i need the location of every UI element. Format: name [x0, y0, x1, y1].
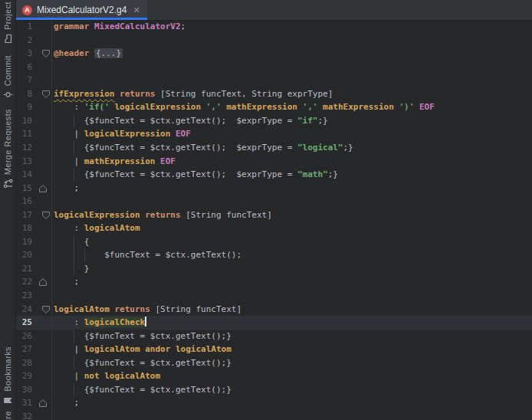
line-number[interactable]: 29 [15, 369, 32, 383]
line-number[interactable]: 15 [15, 182, 32, 195]
code-line-11[interactable]: 11 | logicalExpression EOF [15, 127, 532, 141]
code-text: ; [54, 396, 79, 410]
code-line-12[interactable]: 12 {$funcText = $ctx.getText(); $exprTyp… [15, 141, 532, 155]
line-number[interactable]: 16 [15, 195, 32, 208]
line-number[interactable]: 30 [15, 383, 32, 397]
code-line-18[interactable]: 18 : logicalAtom [15, 221, 532, 235]
fold-end-icon[interactable] [38, 184, 49, 193]
code-text: {$funcText = $ctx.getText();} [54, 356, 232, 370]
code-text: logicalExpression returns [String funcTe… [54, 208, 272, 222]
close-icon[interactable]: ✕ [131, 6, 140, 15]
code-text: {$funcText = $ctx.getText(); $exprType =… [54, 168, 338, 182]
line-number[interactable]: 18 [15, 221, 32, 235]
line-number[interactable]: 31 [15, 396, 32, 410]
code-text: logicalAtom returns [String funcText] [54, 303, 241, 317]
line-number[interactable]: 1 [15, 20, 32, 34]
code-text: : logicalCheck [54, 316, 146, 330]
code-line-6[interactable]: 6 [15, 61, 532, 74]
code-line-29[interactable]: 29 | not logicalAtom [15, 369, 532, 383]
code-line-20[interactable]: 20 $funcText = $ctx.getText(); [15, 248, 532, 262]
folder-icon [3, 34, 13, 44]
sidebar-item-commit[interactable]: Commit [0, 55, 15, 100]
line-number[interactable]: 26 [15, 330, 32, 343]
code-line-22[interactable]: 22 ; [15, 275, 532, 289]
code-line-19[interactable]: 19 { [15, 235, 532, 249]
code-line-9[interactable]: 9 : 'if(' logicalExpression ',' mathExpr… [15, 100, 532, 114]
line-number[interactable]: 14 [15, 168, 32, 182]
code-text: $funcText = $ctx.getText(); [54, 248, 241, 262]
line-number[interactable]: 23 [15, 289, 32, 303]
code-line-17[interactable]: 17logicalExpression returns [String func… [15, 208, 532, 222]
code-line-28[interactable]: 28 {$funcText = $ctx.getText();} [15, 356, 532, 370]
line-number[interactable]: 28 [15, 356, 32, 370]
line-number[interactable]: 8 [15, 87, 32, 101]
code-line-3[interactable]: 3@header {...} [15, 47, 532, 61]
code-line-8[interactable]: 8ifExpression returns [String funcText, … [15, 87, 532, 101]
line-number[interactable]: 9 [15, 100, 32, 114]
code-editor[interactable]: 1grammar MixedCalculatorV2;23@header {..… [15, 20, 532, 420]
sidebar-item-label: Bookmarks [3, 346, 12, 392]
line-number[interactable]: 25 [15, 316, 32, 330]
code-line-27[interactable]: 27 | logicalAtom andor logicalAtom [15, 343, 532, 356]
code-line-30[interactable]: 30 {$funcText = $ctx.getText();} [15, 383, 532, 397]
fold-collapse-icon[interactable] [41, 90, 52, 99]
line-number[interactable]: 12 [15, 141, 32, 155]
code-text: {$funcText = $ctx.getText(); $exprType =… [54, 141, 353, 155]
code-line-14[interactable]: 14 {$funcText = $ctx.getText(); $exprTyp… [15, 168, 532, 182]
code-line-13[interactable]: 13 | mathExpression EOF [15, 155, 532, 169]
code-text: | not logicalAtom [54, 369, 160, 383]
fold-collapse-icon[interactable] [41, 49, 52, 58]
code-text: | mathExpression EOF [54, 155, 176, 169]
code-text: ifExpression returns [String funcText, S… [54, 87, 333, 101]
line-number[interactable]: 17 [15, 208, 32, 222]
code-text: | logicalAtom andor logicalAtom [54, 343, 232, 356]
code-line-31[interactable]: 31 ; [15, 396, 532, 410]
merge-request-icon [3, 179, 13, 189]
code-line-25[interactable]: 25 : logicalCheck [15, 316, 532, 330]
code-text: ; [54, 275, 79, 289]
line-number[interactable]: 10 [15, 114, 32, 128]
line-number[interactable]: 20 [15, 248, 32, 262]
ide-window: ProjectCommitMerge RequestsBookmarksStru… [0, 0, 532, 420]
code-line-1[interactable]: 1grammar MixedCalculatorV2; [15, 20, 532, 34]
code-line-2[interactable]: 2 [15, 34, 532, 48]
code-text: : logicalAtom [54, 221, 140, 235]
line-number[interactable]: 27 [15, 343, 32, 356]
editor-tab-bar: A MixedCalculatorV2.g4 ✕ [15, 0, 532, 21]
code-text: : 'if(' logicalExpression ',' mathExpres… [54, 100, 435, 114]
line-number[interactable]: 2 [15, 34, 32, 48]
fold-collapse-icon[interactable] [41, 305, 52, 314]
code-line-7[interactable]: 7 [15, 74, 532, 87]
code-line-10[interactable]: 10 {$funcText = $ctx.getText(); $exprTyp… [15, 114, 532, 128]
line-number[interactable]: 11 [15, 127, 32, 141]
line-number[interactable]: 13 [15, 155, 32, 169]
tab-mixedcalculatorv2-g4[interactable]: A MixedCalculatorV2.g4 ✕ [15, 0, 147, 20]
code-line-16[interactable]: 16 [15, 195, 532, 208]
commit-icon [3, 90, 13, 100]
line-number[interactable]: 32 [15, 410, 32, 420]
sidebar-item-bookmarks[interactable]: Bookmarks [0, 346, 15, 405]
sidebar-item-project[interactable]: Project [0, 2, 15, 44]
line-number[interactable]: 3 [15, 47, 32, 61]
code-line-21[interactable]: 21 } [15, 262, 532, 276]
code-text: {$funcText = $ctx.getText(); $exprType =… [54, 114, 328, 128]
code-line-24[interactable]: 24logicalAtom returns [String funcText] [15, 303, 532, 317]
code-line-23[interactable]: 23 [15, 289, 532, 303]
code-line-32[interactable]: 32 [15, 410, 532, 420]
sidebar-item-structure[interactable]: Structure [0, 411, 15, 420]
line-number[interactable]: 24 [15, 303, 32, 317]
line-number[interactable]: 7 [15, 74, 32, 87]
code-line-15[interactable]: 15 ; [15, 182, 532, 195]
fold-collapse-icon[interactable] [41, 211, 52, 220]
line-number[interactable]: 6 [15, 61, 32, 74]
fold-end-icon[interactable] [38, 277, 49, 287]
line-number[interactable]: 19 [15, 235, 32, 249]
tool-window-stripe: ProjectCommitMerge RequestsBookmarksStru… [0, 0, 16, 420]
line-number[interactable]: 21 [15, 262, 32, 276]
fold-end-icon[interactable] [38, 399, 49, 408]
code-text: {$funcText = $ctx.getText();} [54, 330, 232, 343]
code-line-26[interactable]: 26 {$funcText = $ctx.getText();} [15, 330, 532, 343]
sidebar-item-label: Structure [3, 411, 12, 420]
sidebar-item-merge-requests[interactable]: Merge Requests [0, 109, 15, 189]
line-number[interactable]: 22 [15, 275, 32, 289]
